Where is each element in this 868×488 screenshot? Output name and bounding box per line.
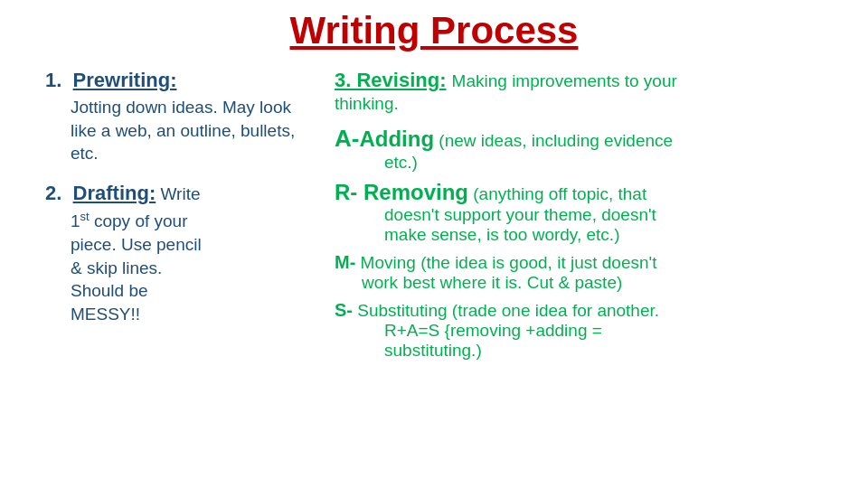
page: Writing Process 1. Prewriting: Jotting d… <box>0 0 868 488</box>
a-body: (new ideas, including evidence <box>434 131 673 150</box>
item2-line5: MESSY!! <box>71 305 140 324</box>
left-column: 1. Prewriting: Jotting down ideas. May l… <box>36 69 307 470</box>
item2-line2: piece. Use pencil <box>71 235 202 254</box>
item2-label: Drafting: <box>73 182 156 204</box>
r-body3: make sense, is too wordy, etc.) <box>384 225 832 245</box>
item1-number: 1. <box>45 69 61 91</box>
r3-label: 3. Revising: <box>335 69 446 91</box>
s-body3: substituting.) <box>384 341 832 361</box>
item2-body: 1st copy of your piece. Use pencil & ski… <box>71 209 307 326</box>
item2-number: 2. <box>45 182 61 204</box>
item2-label-normal: Write <box>156 184 200 203</box>
title-area: Writing Process <box>36 9 832 52</box>
r-body2: doesn't support your theme, doesn't <box>384 205 832 225</box>
m-body1: Moving (the idea is good, it just doesn'… <box>355 253 656 272</box>
content-area: 1. Prewriting: Jotting down ideas. May l… <box>36 69 832 470</box>
page-title: Writing Process <box>290 9 579 52</box>
a-label: A- <box>335 125 359 152</box>
a-body2: etc.) <box>384 153 832 173</box>
revising-section: 3. Revising: Making improvements to your… <box>335 69 832 116</box>
adding-section: A-Adding (new ideas, including evidence … <box>335 125 832 173</box>
r-body1: (anything off topic, that <box>468 184 646 203</box>
item2-line4: Should be <box>71 281 148 300</box>
item1-label: Prewriting: <box>73 69 177 91</box>
s-label: S- <box>335 300 353 320</box>
removing-section: R- Removing (anything off topic, that do… <box>335 180 832 245</box>
item2-line3: & skip lines. <box>71 258 162 277</box>
m-body2: work best where it is. Cut & paste) <box>362 273 832 293</box>
item1-body: Jotting down ideas. May look like a web,… <box>71 96 307 165</box>
m-label: M- <box>335 252 355 272</box>
r-label: R- <box>335 180 357 204</box>
s-body2: R+A=S {removing +adding = <box>384 321 832 341</box>
substituting-section: S- Substituting (trade one idea for anot… <box>335 300 832 361</box>
item2-line1: 1st copy of your <box>71 211 187 230</box>
right-column: 3. Revising: Making improvements to your… <box>335 69 832 470</box>
s-body1: Substituting (trade one idea for another… <box>353 301 659 320</box>
r-label-text: Removing <box>357 180 468 204</box>
item-drafting: 2. Drafting: Write 1st copy of your piec… <box>45 182 307 326</box>
item-prewriting: 1. Prewriting: Jotting down ideas. May l… <box>45 69 307 165</box>
moving-section: M- Moving (the idea is good, it just doe… <box>335 252 832 293</box>
r3-body-inline: Making improvements to your <box>452 71 677 90</box>
r3-body: thinking. <box>335 92 832 116</box>
a-label-text: Adding <box>359 127 434 151</box>
